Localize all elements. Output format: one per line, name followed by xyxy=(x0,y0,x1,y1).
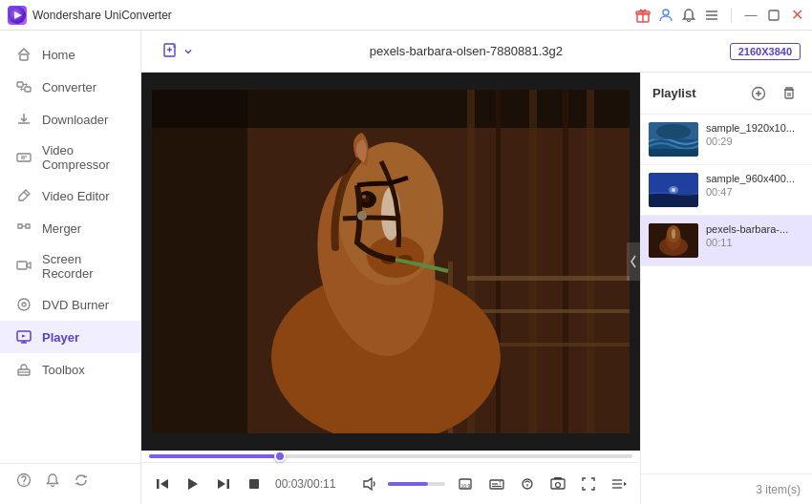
progress-track[interactable] xyxy=(149,454,632,458)
time-display: 00:03/00:11 xyxy=(271,477,339,491)
svg-rect-84 xyxy=(649,149,698,157)
svg-rect-41 xyxy=(467,309,630,313)
volume-slider[interactable] xyxy=(388,482,445,486)
notification-icon[interactable] xyxy=(681,8,696,23)
next-button[interactable] xyxy=(210,471,237,497)
converter-icon xyxy=(15,78,32,95)
playlist-item-name-1: sample_1920x10... xyxy=(706,122,804,134)
app-title: Wondershare UniConverter xyxy=(32,9,635,22)
file-title: pexels-barbara-olsen-7880881.3g2 xyxy=(214,44,718,58)
playlist-thumbnail-1 xyxy=(649,122,698,157)
svg-point-86 xyxy=(656,124,691,139)
svg-point-27 xyxy=(23,483,25,485)
merger-icon xyxy=(15,220,32,237)
sidebar: Home Converter Downloader Video Compress… xyxy=(0,31,141,504)
sidebar-label-converter: Converter xyxy=(42,80,96,94)
bell-icon[interactable] xyxy=(44,472,61,489)
add-file-icon xyxy=(162,43,180,60)
player-area: 00:03/00:11 16:9 xyxy=(141,73,812,504)
sidebar-item-downloader[interactable]: Downloader xyxy=(0,103,140,136)
play-button[interactable] xyxy=(180,471,206,497)
sidebar-item-player[interactable]: Player xyxy=(0,321,140,353)
sidebar-bottom xyxy=(0,463,140,496)
sidebar-item-video-editor[interactable]: Video Editor xyxy=(0,179,140,212)
playlist-item-name-3: pexels-barbara-... xyxy=(706,223,804,235)
svg-rect-13 xyxy=(17,154,31,161)
svg-point-54 xyxy=(357,211,367,220)
minimize-icon[interactable]: — xyxy=(743,8,759,23)
playlist-footer: 3 item(s) xyxy=(641,473,812,504)
item-count: 3 item(s) xyxy=(756,483,801,496)
help-icon[interactable] xyxy=(15,472,32,489)
player-icon xyxy=(15,328,32,346)
subtitle-button[interactable]: T xyxy=(483,471,510,497)
video-panel: 00:03/00:11 16:9 xyxy=(141,73,640,504)
sidebar-item-video-compressor[interactable]: Video Compressor xyxy=(0,136,140,179)
sidebar-item-dvd-burner[interactable]: DVD Burner xyxy=(0,288,140,321)
fullscreen-button[interactable] xyxy=(575,471,602,497)
collapse-panel-handle[interactable] xyxy=(627,242,640,281)
playlist-items: sample_1920x10... 00:29 xyxy=(641,115,812,473)
titlebar: Wondershare UniConverter — ✕ xyxy=(0,0,812,31)
video-display xyxy=(141,73,640,451)
gift-icon[interactable] xyxy=(635,8,651,23)
playlist-thumbnail-2 xyxy=(649,173,698,207)
sidebar-item-converter[interactable]: Converter xyxy=(0,71,140,103)
user-icon[interactable] xyxy=(658,8,673,23)
playlist-add-button[interactable] xyxy=(747,82,770,105)
progress-fill xyxy=(149,454,280,458)
svg-rect-37 xyxy=(563,90,568,433)
sidebar-label-downloader: Downloader xyxy=(42,113,108,127)
sidebar-item-home[interactable]: Home xyxy=(0,38,140,71)
add-files-button[interactable] xyxy=(153,37,203,66)
svg-marker-57 xyxy=(188,478,198,490)
aspect-ratio-button[interactable]: 16:9 xyxy=(453,471,480,497)
content-area: pexels-barbara-olsen-7880881.3g2 2160X38… xyxy=(141,31,812,504)
progress-container[interactable] xyxy=(141,451,640,462)
svg-point-5 xyxy=(663,10,669,15)
svg-point-72 xyxy=(556,482,561,487)
screenshot-button[interactable] xyxy=(545,471,571,497)
svg-point-53 xyxy=(362,195,366,199)
svg-rect-38 xyxy=(587,90,594,433)
prev-button[interactable] xyxy=(149,471,176,497)
svg-point-90 xyxy=(672,188,675,192)
video-container[interactable] xyxy=(141,73,640,451)
svg-rect-91 xyxy=(649,194,698,207)
downloader-icon xyxy=(15,111,32,128)
playlist-delete-button[interactable] xyxy=(778,82,801,105)
stop-button[interactable] xyxy=(241,471,267,497)
app-logo xyxy=(8,6,27,25)
maximize-icon[interactable] xyxy=(766,8,781,23)
record-icon xyxy=(15,258,32,275)
audio-track-button[interactable] xyxy=(514,471,541,497)
sidebar-item-merger[interactable]: Merger xyxy=(0,212,140,244)
dvd-icon xyxy=(15,296,32,313)
sidebar-item-screen-recorder[interactable]: Screen Recorder xyxy=(0,244,140,288)
volume-icon[interactable] xyxy=(357,471,384,497)
playlist-item[interactable]: pexels-barbara-... 00:11 xyxy=(641,216,812,266)
editor-icon xyxy=(15,187,32,204)
home-icon xyxy=(15,46,32,63)
top-toolbar: pexels-barbara-olsen-7880881.3g2 2160X38… xyxy=(141,31,812,73)
playlist-item[interactable]: sample_1920x10... 00:29 xyxy=(641,115,812,165)
sidebar-label-home: Home xyxy=(42,48,75,62)
playlist-panel: Playlist xyxy=(640,73,812,504)
resolution-badge: 2160X3840 xyxy=(730,43,801,60)
svg-text:16:9: 16:9 xyxy=(461,483,471,489)
sync-icon[interactable] xyxy=(73,472,90,489)
progress-thumb[interactable] xyxy=(274,451,286,462)
svg-rect-71 xyxy=(554,477,562,479)
playlist-item[interactable]: sample_960x400... 00:47 xyxy=(641,165,812,216)
playlist-toggle-button[interactable] xyxy=(606,471,632,497)
sidebar-item-toolbox[interactable]: Toolbox xyxy=(0,353,140,386)
svg-marker-58 xyxy=(218,479,225,489)
svg-rect-11 xyxy=(17,82,23,87)
menu-icon[interactable] xyxy=(704,8,719,23)
sidebar-label-editor: Video Editor xyxy=(42,189,110,203)
svg-rect-9 xyxy=(769,10,779,20)
compress-icon xyxy=(15,149,32,166)
close-icon[interactable]: ✕ xyxy=(789,8,804,23)
playlist-item-info-3: pexels-barbara-... 00:11 xyxy=(706,223,804,248)
svg-rect-43 xyxy=(152,90,247,433)
